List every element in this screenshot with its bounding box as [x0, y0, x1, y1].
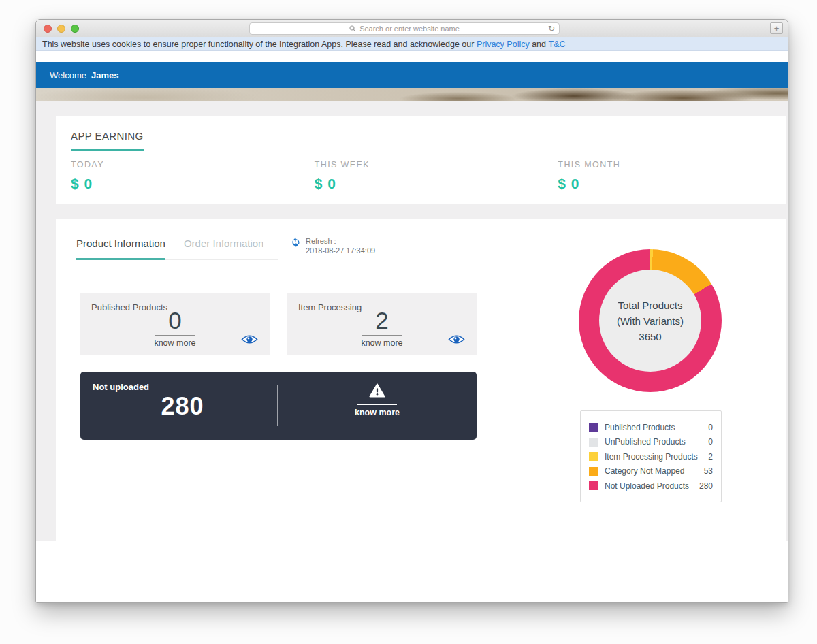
tab-row: Product Information Order Information	[76, 238, 278, 260]
earning-today-label: TODAY	[71, 160, 300, 170]
chart-legend: Published Products 0 UnPublished Product…	[580, 410, 722, 502]
privacy-policy-link[interactable]: Privacy Policy	[477, 39, 530, 49]
search-icon	[349, 25, 356, 32]
donut-center-total: 3650	[639, 329, 661, 344]
legend-value: 0	[708, 437, 713, 447]
app-earning-card: APP EARNING TODAY $ 0 THIS WEEK $ 0 THIS…	[56, 116, 786, 204]
refresh-block[interactable]: Refresh : 2018-08-27 17:34:09	[291, 236, 375, 255]
not-uploaded-know-more-link[interactable]: know more	[285, 408, 470, 417]
legend-swatch	[589, 423, 598, 432]
not-uploaded-card: Not uploaded 280 know more	[80, 372, 477, 440]
close-window-button[interactable]	[44, 25, 52, 33]
legend-value: 2	[708, 452, 713, 462]
app-header-bar: Welcome James	[36, 62, 788, 88]
earning-today-value: $ 0	[71, 176, 300, 192]
tab-order-information[interactable]: Order Information	[184, 238, 264, 259]
legend-swatch	[589, 467, 598, 476]
banner-image	[36, 88, 788, 101]
legend-swatch	[589, 438, 598, 447]
address-bar[interactable]: Search or enter website name ↻	[249, 22, 560, 35]
legend-row-unpublished: UnPublished Products 0	[589, 435, 713, 450]
donut-center-line1: Total Products	[618, 297, 682, 313]
new-tab-button[interactable]: +	[770, 22, 783, 34]
window-controls	[44, 25, 79, 33]
legend-label: UnPublished Products	[605, 437, 708, 447]
minimize-window-button[interactable]	[57, 25, 65, 33]
terms-link[interactable]: T&C	[549, 39, 566, 49]
eye-icon[interactable]	[448, 334, 465, 347]
dashboard-content: APP EARNING TODAY $ 0 THIS WEEK $ 0 THIS…	[36, 101, 788, 541]
earning-week: THIS WEEK $ 0	[300, 160, 543, 192]
donut-center-label: Total Products (With Variants) 3650	[599, 270, 701, 372]
vertical-divider	[277, 385, 278, 426]
tab-product-information[interactable]: Product Information	[76, 238, 165, 260]
legend-label: Not Uploaded Products	[605, 481, 699, 491]
item-processing-card: Item Processing 2 know more	[287, 293, 477, 355]
earning-week-value: $ 0	[315, 176, 543, 192]
browser-window: Search or enter website name ↻ + This we…	[35, 19, 788, 603]
earning-month-value: $ 0	[558, 176, 786, 192]
refresh-timestamp: 2018-08-27 17:34:09	[306, 246, 375, 255]
legend-swatch	[589, 481, 598, 490]
zoom-window-button[interactable]	[71, 25, 79, 33]
refresh-text: Refresh : 2018-08-27 17:34:09	[306, 236, 375, 255]
refresh-label: Refresh :	[306, 236, 375, 246]
legend-swatch	[589, 452, 598, 461]
browser-titlebar: Search or enter website name ↻ +	[36, 20, 788, 37]
item-processing-count: 2	[362, 307, 402, 336]
earning-month: THIS MONTH $ 0	[543, 160, 786, 192]
legend-row-published: Published Products 0	[589, 420, 713, 435]
app-earning-row: TODAY $ 0 THIS WEEK $ 0 THIS MONTH $ 0	[56, 160, 786, 192]
cookie-notice-bar: This website uses cookies to ensure prop…	[36, 37, 788, 51]
total-products-donut-chart: Total Products (With Variants) 3650	[579, 249, 722, 392]
legend-value: 53	[704, 466, 713, 476]
legend-value: 280	[699, 481, 713, 491]
refresh-icon[interactable]	[291, 237, 301, 255]
product-info-card: Product Information Order Information Re…	[56, 219, 786, 541]
warning-icon	[369, 388, 385, 400]
page-top-gap	[36, 51, 788, 62]
legend-row-category-not-mapped: Category Not Mapped 53	[589, 464, 713, 479]
user-name[interactable]: James	[91, 70, 118, 80]
reload-icon[interactable]: ↻	[548, 24, 555, 33]
earning-today: TODAY $ 0	[56, 160, 300, 192]
donut-center-line2: (With Variants)	[617, 313, 684, 329]
legend-label: Item Processing Products	[605, 452, 708, 462]
legend-row-not-uploaded: Not Uploaded Products 280	[589, 479, 713, 494]
legend-label: Category Not Mapped	[605, 466, 704, 476]
not-uploaded-title: Not uploaded	[93, 382, 149, 392]
earning-month-label: THIS MONTH	[558, 160, 786, 170]
know-more-divider	[357, 404, 397, 405]
cookie-notice-and: and	[530, 39, 549, 49]
published-products-card: Published Products 0 know more	[80, 293, 270, 355]
page-body: Welcome James APP EARNING TODAY $ 0 THIS…	[36, 51, 788, 603]
welcome-label: Welcome	[50, 70, 86, 80]
cookie-notice-text: This website uses cookies to ensure prop…	[42, 39, 477, 49]
legend-value: 0	[708, 423, 713, 432]
address-bar-placeholder: Search or enter website name	[359, 25, 460, 33]
not-uploaded-count: 280	[80, 392, 285, 421]
earning-week-label: THIS WEEK	[315, 160, 543, 170]
legend-label: Published Products	[605, 423, 708, 432]
not-uploaded-action[interactable]: know more	[285, 383, 470, 417]
eye-icon[interactable]	[241, 334, 258, 347]
app-earning-title: APP EARNING	[71, 130, 144, 151]
legend-row-item-processing: Item Processing Products 2	[589, 449, 713, 464]
